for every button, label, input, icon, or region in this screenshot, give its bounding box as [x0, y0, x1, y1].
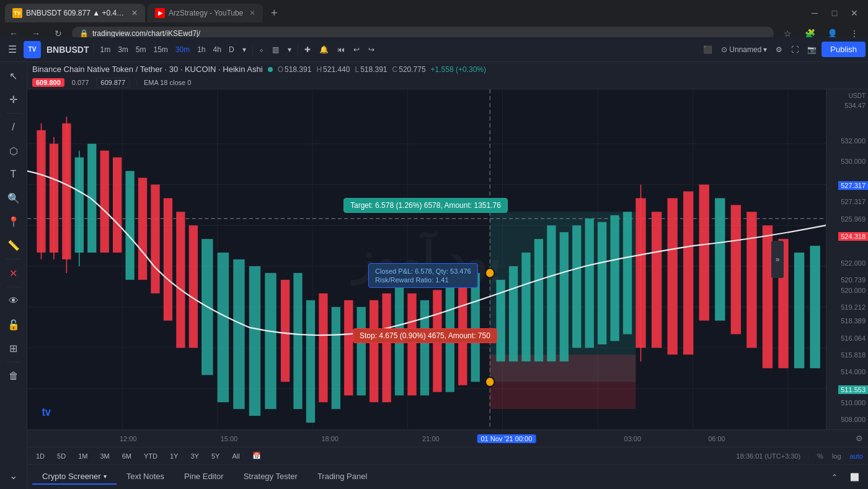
snapshot-btn[interactable]: 📷 — [804, 44, 820, 55]
period-5d[interactable]: 5D — [53, 451, 69, 461]
risk-reward-text: Risk/Reward Ratio: 1.41 — [375, 276, 471, 284]
tf-1h[interactable]: 1h — [194, 44, 208, 55]
tab-tradingview[interactable]: TV BNBUSDT 609.877 ▲ +0.45% U... ✕ — [5, 4, 145, 22]
period-5y[interactable]: 5Y — [208, 451, 223, 461]
sidebar-text-icon[interactable]: T — [2, 163, 25, 186]
ohlc-close: C 520.775 — [392, 65, 426, 74]
chevron-expand-button[interactable]: » — [771, 241, 784, 278]
add-indicator[interactable]: ✚ — [301, 44, 314, 55]
sidebar-collapse-icon[interactable]: ⌄ — [2, 464, 25, 487]
tab-crypto-screener[interactable]: Crypto Screener ▾ — [32, 469, 117, 485]
tab-tradingview-close[interactable]: ✕ — [131, 9, 138, 17]
svg-rect-37 — [249, 266, 260, 416]
tab-strategy-tester[interactable]: Strategy Tester — [234, 469, 308, 485]
sidebar-measure-icon[interactable]: 📏 — [2, 234, 25, 256]
panel-minimize-btn[interactable]: ⌃ — [826, 469, 843, 486]
crypto-screener-chevron[interactable]: ▾ — [104, 473, 107, 480]
replay-btn[interactable]: ⏮ — [334, 44, 348, 55]
sidebar-eye-icon[interactable]: 👁 — [2, 290, 25, 312]
panel-expand-btn[interactable]: ⬜ — [846, 469, 863, 486]
sidebar-pin-icon[interactable]: 📍 — [2, 210, 25, 233]
chart-type-dropdown[interactable]: ▾ — [284, 44, 295, 55]
tf-15m[interactable]: 15m — [150, 44, 170, 55]
redo-btn[interactable]: ↪ — [365, 44, 378, 55]
maximize-icon[interactable]: □ — [826, 4, 843, 22]
chart-canvas[interactable]: بود آموز — [27, 89, 826, 429]
layout-chevron: ▾ — [763, 45, 767, 54]
sidebar-delete-icon[interactable]: ✕ — [2, 262, 25, 284]
fullscreen-off[interactable]: ⬛ — [699, 44, 716, 55]
price-badge-buy: 609.877 — [96, 78, 130, 87]
svg-rect-26 — [100, 151, 109, 253]
chart-header: Binance Chain Native Token / Tether · 30… — [27, 62, 868, 76]
period-1m[interactable]: 1M — [74, 451, 91, 461]
svg-rect-79 — [794, 253, 804, 368]
svg-rect-59 — [521, 253, 530, 361]
svg-point-81 — [485, 268, 494, 277]
hamburger-menu[interactable]: ☰ — [2, 40, 22, 60]
period-3y[interactable]: 3Y — [187, 451, 202, 461]
price-spread: 0.077 — [68, 78, 93, 87]
sidebar-shapes-icon[interactable]: ⬡ — [2, 140, 25, 162]
tf-dropdown[interactable]: ▾ — [239, 44, 250, 55]
minimize-icon[interactable]: ─ — [806, 4, 823, 22]
tab-pine-editor[interactable]: Pine Editor — [174, 469, 234, 485]
alert-btn[interactable]: 🔔 — [316, 44, 332, 55]
period-3m[interactable]: 3M — [96, 451, 113, 461]
tf-d[interactable]: D — [226, 44, 237, 55]
ohlc-values: O 518.391 H 521.440 L 518.391 C 520.775 — [278, 65, 486, 74]
sep2 — [94, 43, 94, 56]
tf-5m[interactable]: 5m — [133, 44, 149, 55]
new-tab-button[interactable]: + — [265, 4, 283, 22]
period-1y[interactable]: 1Y — [166, 451, 182, 461]
period-calendar[interactable]: 📅 — [249, 451, 265, 461]
settings-btn[interactable]: ⚙ — [772, 44, 786, 55]
period-1d[interactable]: 1D — [32, 451, 48, 461]
auto-label[interactable]: auto — [850, 452, 863, 460]
tf-30m[interactable]: 30m — [172, 44, 193, 55]
price-516: 516.064 — [841, 334, 866, 342]
close-icon[interactable]: ✕ — [846, 4, 863, 22]
tab-youtube-close[interactable]: ✕ — [249, 9, 255, 17]
tf-4h[interactable]: 4h — [210, 44, 224, 55]
price-519: 519.212 — [841, 303, 866, 311]
tab-text-notes[interactable]: Text Notes — [117, 469, 174, 485]
tab-trading-panel[interactable]: Trading Panel — [308, 469, 377, 485]
sidebar-trend-icon[interactable]: / — [2, 116, 25, 138]
chart-type-candle[interactable]: ▥ — [268, 44, 283, 55]
percent-label[interactable]: % — [817, 452, 823, 460]
price-525: 525.969 — [841, 215, 866, 223]
unnamed-layout[interactable]: ⊙ Unnamed ▾ — [717, 44, 771, 55]
sidebar-layers-icon[interactable]: ⊞ — [2, 337, 25, 359]
sidebar-templates-icon[interactable]: 🗑 — [2, 365, 25, 387]
undo-btn[interactable]: ↩ — [350, 44, 363, 55]
tab-youtube[interactable]: ▶ ArzStrategy - YouTube ✕ — [148, 4, 263, 22]
sidebar-crosshair-icon[interactable]: ✛ — [2, 88, 25, 110]
ohlc-high: H 521.440 — [316, 65, 350, 74]
sidebar-sep4 — [6, 362, 21, 362]
tf-1m[interactable]: 1m — [97, 44, 113, 55]
browser-tabs: TV BNBUSDT 609.877 ▲ +0.45% U... ✕ ▶ Arz… — [0, 0, 868, 22]
svg-rect-66 — [610, 215, 619, 341]
chart-type-bar[interactable]: ⬦ — [255, 44, 267, 55]
publish-button[interactable]: Publish — [822, 42, 866, 57]
log-label[interactable]: log — [832, 452, 841, 460]
time-settings-icon[interactable]: ⚙ — [856, 434, 863, 443]
fullscreen-btn[interactable]: ⛶ — [787, 44, 802, 55]
period-ytd[interactable]: YTD — [140, 451, 161, 461]
sidebar-lock-icon[interactable]: 🔓 — [2, 313, 25, 336]
price-scale: USDT 534.47 532.000 530.000 527.317 527.… — [826, 89, 868, 429]
time-1800: 18:00 — [321, 435, 339, 442]
time-nov1: 01 Nov '21 00:00 — [477, 434, 536, 443]
sidebar-cursor-icon[interactable]: ↖ — [2, 65, 25, 87]
symbol-name[interactable]: BNBUSDT — [46, 45, 89, 55]
price-522: 522.000 — [841, 259, 866, 267]
price-514: 514.000 — [841, 368, 866, 375]
svg-rect-36 — [233, 259, 244, 409]
period-all[interactable]: All — [228, 451, 243, 461]
tf-3m[interactable]: 3m — [115, 44, 131, 55]
period-6m[interactable]: 6M — [118, 451, 135, 461]
clock-time: 18:36:01 (UTC+3:30) — [737, 452, 801, 460]
svg-rect-70 — [652, 212, 662, 348]
sidebar-search-icon[interactable]: 🔍 — [2, 187, 25, 209]
